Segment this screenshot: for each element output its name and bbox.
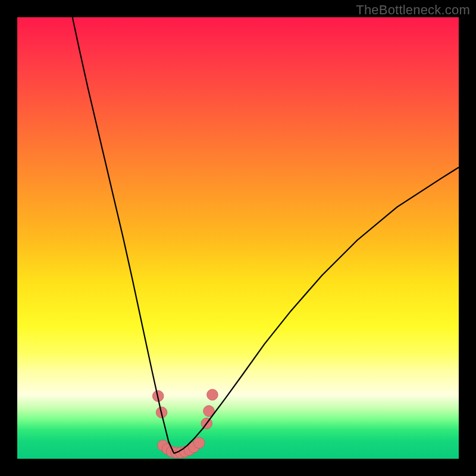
- chart-overlay: [17, 17, 459, 459]
- marker-dot: [193, 437, 205, 449]
- curve-right-branch: [174, 167, 459, 453]
- plot-area: [17, 17, 459, 459]
- marker-dot: [207, 389, 218, 400]
- chart-frame: TheBottleneck.com: [0, 0, 476, 476]
- watermark-text: TheBottleneck.com: [356, 2, 470, 18]
- curve-left-branch: [73, 17, 174, 453]
